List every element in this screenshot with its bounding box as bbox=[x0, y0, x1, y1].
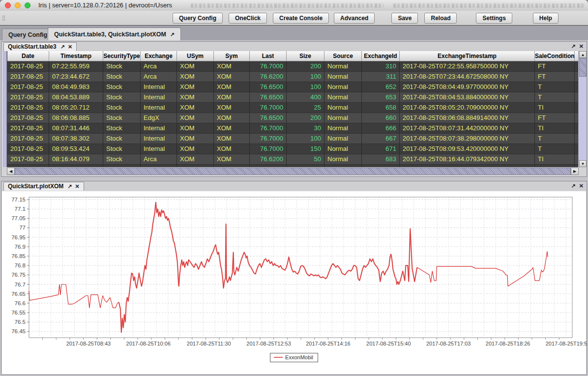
table-row[interactable]: 2017-08-2508:07:31.446StockInternalXOMXO… bbox=[7, 123, 579, 134]
cell-sym: XOM bbox=[214, 113, 250, 123]
cell-source: Normal bbox=[324, 144, 362, 154]
cell-date: 2017-08-25 bbox=[7, 134, 49, 144]
column-header-securitytype[interactable]: SecurityType bbox=[103, 51, 141, 61]
y-axis-label: 76.75 bbox=[11, 272, 26, 278]
table-row[interactable]: 2017-08-2507:23:44.672StockArcaXOMXOM76.… bbox=[7, 72, 579, 82]
window-close-button[interactable] bbox=[5, 2, 11, 8]
table-row-partial[interactable] bbox=[7, 165, 579, 167]
popout-icon[interactable]: ↗ bbox=[67, 183, 72, 189]
cell-timestamp: 08:06:08.885 bbox=[49, 113, 103, 123]
cell-securitytype: Stock bbox=[103, 134, 141, 144]
help-button[interactable]: Help bbox=[533, 13, 559, 24]
cell-exchangeid: 666 bbox=[362, 123, 400, 134]
column-header-exchangeid[interactable]: ExchangeId bbox=[362, 51, 400, 61]
cell-last: 76.6500 bbox=[250, 113, 287, 123]
table-row[interactable]: 2017-08-2508:07:38.302StockInternalXOMXO… bbox=[7, 134, 579, 144]
column-header-size[interactable]: Size bbox=[287, 51, 324, 61]
popout-icon[interactable]: ↗ bbox=[571, 43, 576, 49]
cell-timestamp: 08:07:31.446 bbox=[49, 123, 103, 134]
column-header-usym[interactable]: USym bbox=[177, 51, 214, 61]
table-vertical-scrollbar[interactable]: ▲ ▼ bbox=[578, 51, 587, 167]
table-row-gutter[interactable] bbox=[2, 51, 7, 167]
tab-quickstart-table3-plotxom[interactable]: QuickStart.table3, QuickStart.plotXOM↗ bbox=[48, 28, 181, 40]
column-header-exchangetimestamp[interactable]: ExchangeTimestamp bbox=[400, 51, 535, 61]
tab-quickstart-plotxom[interactable]: QuickStart.plotXOM↗✕ bbox=[3, 182, 84, 191]
popout-icon[interactable]: ↗ bbox=[571, 183, 576, 189]
titlebar-watermark bbox=[191, 3, 383, 8]
column-header-sym[interactable]: Sym bbox=[214, 51, 250, 61]
cell-sym: XOM bbox=[214, 103, 250, 113]
y-axis-label: 76.7 bbox=[15, 282, 26, 288]
window-zoom-button[interactable] bbox=[25, 2, 30, 8]
scroll-down-icon[interactable]: ▼ bbox=[579, 160, 587, 167]
cell-salecondition: FT bbox=[535, 72, 575, 82]
settings-button[interactable]: Settings bbox=[476, 13, 512, 24]
create-console-button[interactable]: Create Console bbox=[273, 13, 329, 24]
cell-usym bbox=[177, 165, 214, 167]
popout-icon[interactable]: ↗ bbox=[170, 31, 175, 37]
cell-last: 76.6200 bbox=[250, 154, 287, 165]
cell-exchangetimestamp bbox=[400, 165, 535, 167]
cell-exchangetimestamp: 2017-08-25T08:09:53.420000000 NY bbox=[400, 144, 535, 154]
save-button[interactable]: Save bbox=[391, 13, 418, 24]
column-header-exchange[interactable]: Exchange bbox=[141, 51, 177, 61]
toolbar-grip-icon[interactable] bbox=[2, 15, 5, 21]
table-row[interactable]: 2017-08-2508:09:53.424StockInternalXOMXO… bbox=[7, 144, 579, 154]
scroll-up-icon[interactable]: ▲ bbox=[579, 51, 587, 58]
horizontal-scroll-thumb[interactable] bbox=[15, 168, 571, 175]
close-icon[interactable]: ✕ bbox=[579, 183, 584, 189]
popout-icon[interactable]: ↗ bbox=[60, 44, 65, 50]
column-header-source[interactable]: Source bbox=[324, 51, 362, 61]
window-minimize-button[interactable] bbox=[15, 2, 21, 8]
cell-exchangeid: 311 bbox=[362, 72, 400, 82]
y-axis-label: 77 bbox=[19, 225, 26, 231]
column-header-last[interactable]: Last bbox=[250, 51, 287, 61]
cell-exchange: Internal bbox=[141, 134, 177, 144]
scroll-left-icon[interactable]: ◀ bbox=[7, 168, 15, 175]
table-row[interactable]: 2017-08-2508:05:20.712StockInternalXOMXO… bbox=[7, 103, 579, 113]
table-row[interactable]: 2017-08-2508:04:53.889StockInternalXOMXO… bbox=[7, 92, 579, 103]
y-axis-label: 76.55 bbox=[11, 310, 26, 316]
cell-sym: XOM bbox=[214, 61, 250, 72]
table-row[interactable]: 2017-08-2507:22:55.959StockArcaXOMXOM76.… bbox=[7, 61, 579, 72]
cell-sym: XOM bbox=[214, 144, 250, 154]
cell-exchangetimestamp: 2017-08-25T08:05:20.709000000 NY bbox=[400, 103, 535, 113]
cell-source: Normal bbox=[324, 134, 362, 144]
table-body: 2017-08-2507:22:55.959StockArcaXOMXOM76.… bbox=[7, 61, 579, 167]
cell-sym: XOM bbox=[214, 154, 250, 165]
table-row[interactable]: 2017-08-2508:04:49.983StockInternalXOMXO… bbox=[7, 82, 579, 92]
column-header-date[interactable]: Date bbox=[7, 51, 49, 61]
reload-button[interactable]: Reload bbox=[424, 13, 457, 24]
tab-quickstart-table3[interactable]: QuickStart.table3↗✕ bbox=[3, 42, 77, 51]
vertical-scroll-thumb[interactable] bbox=[579, 58, 587, 77]
cell-date: 2017-08-25 bbox=[7, 82, 49, 92]
cell-salecondition: T bbox=[535, 92, 575, 103]
y-axis-label: 76.6 bbox=[15, 300, 26, 306]
advanced-button[interactable]: Advanced bbox=[334, 13, 375, 24]
cell-date: 2017-08-25 bbox=[7, 103, 49, 113]
cell-exchange: Internal bbox=[141, 123, 177, 134]
column-header-salecondition[interactable]: SaleCondition bbox=[535, 51, 575, 61]
oneclick-button[interactable]: OneClick bbox=[229, 13, 267, 24]
cell-exchangetimestamp: 2017-08-25T08:04:53.884000000 NY bbox=[400, 92, 535, 103]
cell-securitytype: Stock bbox=[103, 92, 141, 103]
table-row[interactable]: 2017-08-2508:06:08.885StockEdgXXOMXOM76.… bbox=[7, 113, 579, 123]
cell-source bbox=[324, 165, 362, 167]
column-header-timestamp[interactable]: Timestamp bbox=[49, 51, 103, 61]
window-title: Iris | server=10.128.0.7:20126 | devroot… bbox=[38, 1, 172, 9]
cell-salecondition: FT bbox=[535, 113, 575, 123]
x-axis-label: 2017-08-25T11:30 bbox=[187, 341, 231, 347]
close-icon[interactable]: ✕ bbox=[75, 183, 80, 189]
x-axis-label: 2017-08-25T14:16 bbox=[306, 341, 351, 347]
cell-exchangeid: 653 bbox=[362, 92, 400, 103]
tab-query-config[interactable]: Query Config bbox=[2, 29, 54, 40]
chart-canvas: 76.4576.576.5576.676.6576.776.7576.876.8… bbox=[2, 191, 587, 375]
query-config-button[interactable]: Query Config bbox=[173, 13, 223, 24]
scroll-right-icon[interactable]: ▶ bbox=[571, 168, 579, 175]
close-icon[interactable]: ✕ bbox=[579, 43, 584, 49]
y-axis-label: 76.5 bbox=[15, 319, 26, 325]
cell-last: 76.6500 bbox=[250, 82, 287, 92]
table-row[interactable]: 2017-08-2508:16:44.079StockArcaXOMXOM76.… bbox=[7, 154, 579, 165]
close-icon[interactable]: ✕ bbox=[68, 44, 72, 50]
table-horizontal-scrollbar[interactable]: ◀ ▶ bbox=[7, 168, 579, 175]
